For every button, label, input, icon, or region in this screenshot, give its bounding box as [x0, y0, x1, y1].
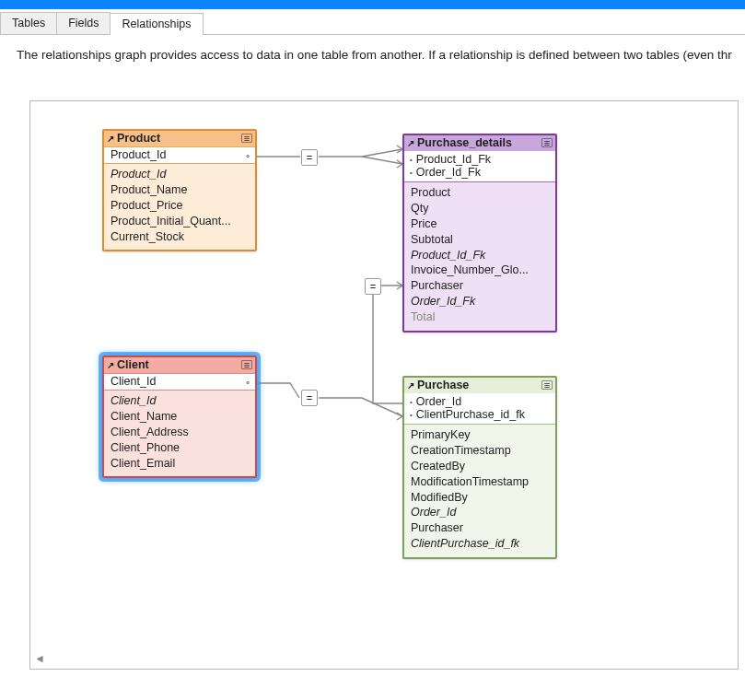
intro-text: The relationships graph provides access …: [0, 35, 745, 62]
expand-icon[interactable]: ↗: [407, 380, 414, 391]
table-title: Client: [117, 358, 149, 371]
key-field: Product_Id: [111, 148, 166, 161]
field-list: Product_Id Product_Name Product_Price Pr…: [104, 164, 255, 250]
table-title: Product: [117, 132, 160, 145]
link-key-list: •Product_Id_Fk •Order_Id_Fk: [404, 151, 555, 182]
link-dot-icon: ∘: [245, 377, 250, 387]
key-field: Client_Id: [111, 375, 156, 388]
link-dot-icon: •: [410, 411, 413, 419]
link-dot-icon: •: [410, 156, 413, 164]
expand-icon[interactable]: ↗: [107, 134, 114, 144]
field-list: PrimaryKey CreationTimestamp CreatedBy M…: [404, 425, 555, 557]
field-list: Product Qty Price Subtotal Product_Id_Fk…: [404, 182, 555, 331]
menu-icon[interactable]: ≡: [241, 134, 252, 143]
relation-operator[interactable]: =: [301, 149, 318, 166]
menu-icon[interactable]: ≡: [541, 138, 553, 147]
link-dot-icon: ∘: [245, 150, 250, 160]
menu-icon[interactable]: ≡: [541, 380, 553, 390]
table-client[interactable]: ↗Client ≡ Client_Id ∘ Client_Id Client_N…: [102, 356, 257, 478]
tabstrip: Tables Fields Relationships: [0, 9, 745, 35]
table-product[interactable]: ↗Product ≡ Product_Id ∘ Product_Id Produ…: [102, 129, 257, 251]
relation-operator[interactable]: =: [365, 278, 381, 295]
link-key-list: •Order_Id •ClientPurchase_id_fk: [404, 393, 555, 425]
table-title: Purchase_details: [417, 136, 512, 149]
expand-icon[interactable]: ↗: [107, 360, 114, 370]
table-purchase[interactable]: ↗Purchase ≡ •Order_Id •ClientPurchase_id…: [402, 376, 557, 559]
table-purchase-details[interactable]: ↗Purchase_details ≡ •Product_Id_Fk •Orde…: [402, 134, 557, 332]
expand-icon[interactable]: ↗: [407, 138, 414, 148]
link-dot-icon: •: [410, 398, 413, 406]
tab-tables[interactable]: Tables: [0, 12, 57, 34]
link-dot-icon: •: [410, 169, 413, 177]
scroll-left-icon[interactable]: ◄: [34, 652, 45, 665]
relation-operator[interactable]: =: [301, 390, 318, 406]
field-list: Client_Id Client_Name Client_Address Cli…: [104, 391, 255, 476]
menu-icon[interactable]: ≡: [241, 360, 252, 369]
tab-relationships[interactable]: Relationships: [110, 13, 203, 35]
relationships-graph[interactable]: = = = ↗Product ≡ Product_Id ∘ Product_Id…: [29, 100, 739, 670]
tab-fields[interactable]: Fields: [56, 12, 111, 34]
table-title: Purchase: [417, 379, 469, 391]
window-titlebar: [0, 0, 745, 9]
